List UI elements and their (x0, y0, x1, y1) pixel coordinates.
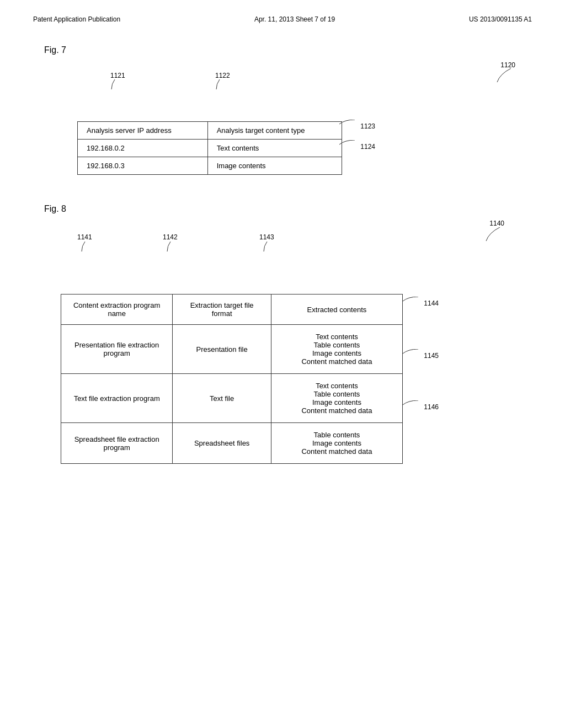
fig7-col-ref-1121: 1121 (110, 72, 125, 79)
fig8-row1-col1: Presentation file extraction program (61, 325, 173, 374)
fig8-arc-1141 (81, 242, 92, 253)
fig8-arc-1144 (403, 297, 422, 306)
fig7-arc-1120 (494, 68, 516, 85)
fig7-row2-col2: Image contents (207, 157, 342, 175)
fig8-arc-1146 (403, 400, 422, 409)
fig8-row-1: Presentation file extraction program Pre… (61, 325, 403, 374)
fig7-row2-col1: 192.168.0.3 (78, 157, 208, 175)
fig7-col2-header: Analysis target content type (207, 122, 342, 140)
fig7-arc-1123 (339, 120, 359, 129)
fig7-header-row: Analysis server IP address Analysis targ… (78, 122, 342, 140)
fig8-row2-col1: Text file extraction program (61, 374, 173, 423)
fig7-row-ref-1123: 1123 (339, 120, 375, 130)
fig7-label: Fig. 7 (44, 45, 521, 55)
fig8-row-ref-1146: 1146 (403, 400, 439, 411)
fig8-row-ref-1145: 1145 (403, 349, 439, 360)
fig8-row3-col2: Spreadsheet files (173, 423, 271, 464)
fig7-table: Analysis server IP address Analysis targ… (77, 121, 342, 175)
fig7-table-wrapper: Analysis server IP address Analysis targ… (77, 99, 342, 175)
fig8-col-ref-1141: 1141 (77, 233, 92, 241)
fig8-ref-area: 1140 1141 1142 11 (61, 220, 521, 264)
fig8-row-2: Text file extraction program Text file T… (61, 374, 403, 423)
fig8-col3-header: Extracted contents (271, 295, 402, 325)
fig8-arc-1143 (263, 242, 274, 253)
fig7-diagram: 1120 1121 1122 (77, 61, 521, 176)
fig8-arc-1140 (483, 227, 505, 244)
fig8-label: Fig. 8 (44, 204, 521, 214)
fig7-ref-area: 1120 1121 1122 (77, 61, 521, 99)
fig8-row2-col2: Text file (173, 374, 271, 423)
fig8-row-ref-1144: 1144 (403, 297, 439, 307)
fig7-row1-col1: 192.168.0.2 (78, 140, 208, 157)
fig8-ref-1140: 1140 (489, 220, 504, 227)
header-left: Patent Application Publication (33, 15, 120, 23)
fig8-row3-col3: Table contentsImage contentsContent matc… (271, 423, 402, 464)
fig7-ref-1120: 1120 (500, 61, 515, 69)
fig7-row-1: 192.168.0.2 Text contents (78, 140, 342, 157)
fig7-row-ref-1124: 1124 (339, 140, 375, 151)
fig8-table-wrapper: Content extraction program name Extracti… (61, 264, 403, 464)
fig8-row1-col2: Presentation file (173, 325, 271, 374)
fig8-arc-1142 (166, 242, 177, 253)
fig8-col-ref-1143: 1143 (259, 233, 274, 241)
fig7-arc-1122 (215, 79, 226, 90)
fig7-row-2: 192.168.0.3 Image contents (78, 157, 342, 175)
header-center: Apr. 11, 2013 Sheet 7 of 19 (254, 15, 335, 23)
fig8-arc-1145 (403, 349, 422, 358)
fig8-table: Content extraction program name Extracti… (61, 294, 403, 464)
fig8-col-ref-1142: 1142 (163, 233, 178, 241)
fig8-section: Fig. 8 1140 1141 1142 (44, 204, 521, 465)
fig7-col1-header: Analysis server IP address (78, 122, 208, 140)
page-header: Patent Application Publication Apr. 11, … (0, 0, 565, 23)
fig7-col-ref-1122: 1122 (215, 72, 230, 79)
fig8-row3-col1: Spreadsheet file extraction program (61, 423, 173, 464)
fig7-arc-1121 (110, 79, 121, 90)
fig7-section: Fig. 7 1120 1121 1122 (44, 45, 521, 176)
main-content: Fig. 7 1120 1121 1122 (0, 23, 565, 488)
fig8-col1-header: Content extraction program name (61, 295, 173, 325)
header-right: US 2013/0091135 A1 (469, 15, 532, 23)
fig8-header-row: Content extraction program name Extracti… (61, 295, 403, 325)
fig8-col2-header: Extraction target file format (173, 295, 271, 325)
fig8-diagram: 1140 1141 1142 11 (61, 220, 521, 465)
fig7-row1-col2: Text contents (207, 140, 342, 157)
fig8-row1-col3: Text contentsTable contentsImage content… (271, 325, 402, 374)
fig7-arc-1124 (339, 140, 359, 149)
fig8-row-3: Spreadsheet file extraction program Spre… (61, 423, 403, 464)
fig8-row2-col3: Text contentsTable contentsImage content… (271, 374, 402, 423)
